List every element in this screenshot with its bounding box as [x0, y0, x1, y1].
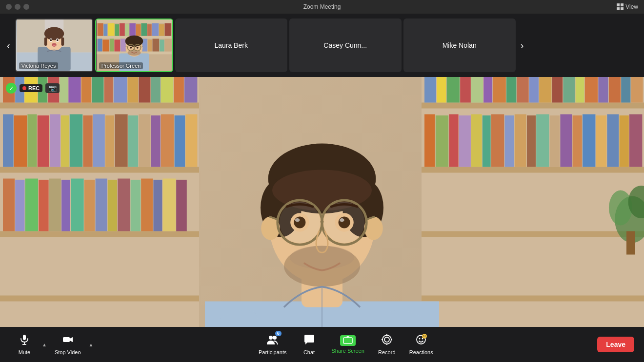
stop-video-label: Stop Video [55, 349, 81, 355]
svg-rect-107 [39, 180, 48, 231]
svg-rect-127 [506, 77, 516, 103]
stop-video-button[interactable]: Stop Video [50, 331, 86, 358]
svg-rect-84 [161, 77, 173, 103]
svg-point-202 [382, 335, 391, 344]
participant-name-professor: Professor Green [99, 62, 143, 69]
svg-rect-148 [527, 115, 536, 167]
svg-rect-116 [141, 179, 153, 231]
svg-rect-139 [424, 114, 435, 167]
svg-rect-149 [536, 114, 549, 167]
svg-rect-22 [120, 23, 125, 36]
svg-point-56 [136, 47, 138, 49]
svg-point-159 [609, 191, 632, 226]
chat-button[interactable]: Chat [295, 331, 324, 358]
svg-rect-161 [626, 231, 635, 255]
participants-button[interactable]: 6 Participants [254, 331, 291, 358]
svg-rect-20 [108, 23, 114, 36]
participant-thumb-casey[interactable]: Casey Cunn... [289, 19, 402, 72]
participant-name-laura: Laura Berk [214, 41, 247, 49]
leave-button[interactable]: Leave [597, 337, 634, 352]
svg-rect-118 [163, 179, 176, 231]
reactions-button[interactable]: Reactions [404, 331, 438, 358]
svg-rect-30 [164, 23, 171, 36]
svg-rect-80 [114, 77, 127, 103]
svg-rect-104 [3, 179, 15, 231]
share-screen-icon [340, 335, 356, 346]
video-chevron[interactable]: ▲ [88, 342, 95, 347]
svg-rect-35 [121, 39, 126, 52]
main-video-area: ✓ REC 📷 [0, 77, 644, 327]
traffic-lights [6, 4, 29, 10]
svg-point-46 [125, 36, 143, 47]
svg-rect-108 [49, 179, 61, 231]
participant-thumb-victoria[interactable]: Victoria Reyes [15, 19, 93, 72]
reactions-label: Reactions [409, 349, 433, 355]
svg-rect-146 [504, 115, 514, 167]
strip-nav-left[interactable]: ‹ [4, 40, 13, 51]
svg-rect-24 [129, 23, 136, 36]
svg-rect-144 [483, 115, 491, 167]
svg-rect-41 [152, 39, 159, 52]
svg-rect-154 [596, 115, 607, 167]
svg-point-12 [56, 39, 58, 41]
svg-rect-125 [483, 77, 492, 103]
participant-name-victoria: Victoria Reyes [19, 62, 59, 69]
svg-point-203 [384, 337, 389, 342]
svg-rect-129 [529, 77, 539, 103]
participant-name-mike: Mike Nolan [443, 41, 477, 49]
svg-point-190 [339, 217, 350, 229]
mute-chevron[interactable]: ▲ [41, 342, 48, 347]
recording-indicator: ✓ REC 📷 [6, 83, 60, 94]
strip-nav-right[interactable]: › [518, 40, 527, 51]
svg-rect-143 [471, 114, 482, 167]
participants-count-badge: 6 [275, 331, 282, 336]
svg-rect-32 [102, 39, 109, 51]
camera-icon: 📷 [45, 83, 60, 93]
record-button[interactable]: Record [372, 331, 402, 358]
svg-rect-76 [68, 77, 80, 103]
maximize-button[interactable] [23, 4, 29, 10]
close-button[interactable] [6, 4, 12, 10]
svg-rect-156 [620, 115, 629, 167]
svg-rect-97 [115, 114, 127, 167]
svg-rect-123 [460, 77, 471, 103]
svg-point-179 [290, 246, 354, 269]
title-bar: Zoom Meeting View [0, 0, 644, 14]
participant-thumb-mike[interactable]: Mike Nolan [403, 19, 516, 72]
svg-rect-122 [447, 77, 460, 103]
svg-rect-99 [139, 114, 150, 167]
svg-rect-79 [104, 77, 113, 103]
svg-rect-100 [151, 115, 161, 167]
svg-rect-106 [25, 179, 38, 231]
svg-rect-40 [148, 39, 152, 51]
view-button[interactable]: View [617, 3, 638, 10]
svg-point-213 [425, 335, 426, 336]
svg-rect-98 [128, 115, 138, 167]
participant-thumb-professor[interactable]: Professor Green [95, 19, 173, 72]
svg-rect-69 [422, 296, 644, 302]
svg-rect-134 [585, 77, 598, 103]
minimize-button[interactable] [15, 4, 20, 10]
svg-rect-95 [93, 114, 105, 167]
svg-rect-200 [343, 338, 352, 343]
participant-thumb-laura[interactable]: Laura Berk [175, 19, 287, 72]
svg-rect-78 [92, 77, 103, 103]
chat-icon [303, 334, 315, 347]
svg-rect-93 [70, 114, 82, 167]
chat-label: Chat [303, 349, 315, 355]
svg-rect-19 [103, 24, 107, 36]
mute-button[interactable]: Mute [10, 331, 39, 358]
video-icon [62, 334, 74, 347]
svg-rect-114 [118, 179, 130, 231]
svg-rect-8 [61, 38, 64, 46]
svg-rect-128 [517, 77, 529, 103]
svg-rect-136 [609, 77, 621, 103]
svg-rect-157 [629, 114, 642, 167]
svg-rect-68 [422, 231, 644, 237]
svg-rect-130 [539, 77, 551, 103]
svg-point-198 [269, 336, 273, 340]
svg-rect-62 [0, 167, 199, 173]
share-screen-button[interactable]: Share Screen [327, 332, 369, 357]
svg-point-211 [422, 334, 427, 339]
svg-rect-21 [115, 24, 119, 36]
